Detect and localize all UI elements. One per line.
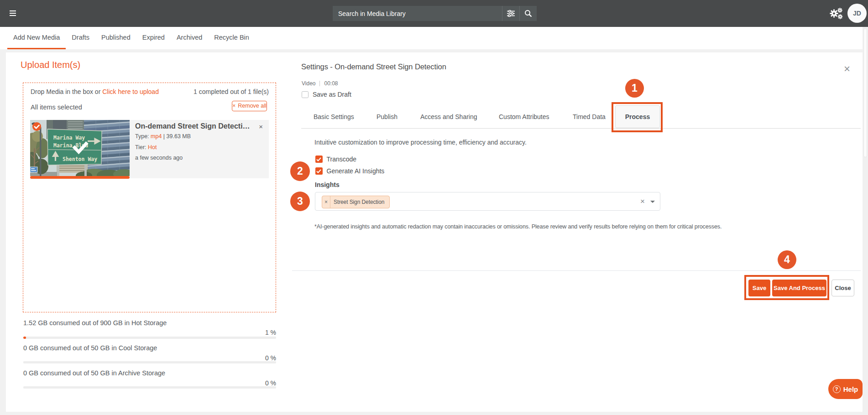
remove-all-button[interactable]: × Remove all — [232, 101, 267, 111]
hot-storage-pct: 1 % — [265, 329, 276, 336]
media-type-link[interactable]: mp4 — [151, 133, 162, 140]
help-question-icon: ? — [833, 385, 841, 393]
generate-ai-label: Generate AI Insights — [327, 167, 385, 175]
tab-published[interactable]: Published — [95, 27, 136, 49]
search-icon — [524, 10, 532, 17]
select-caret-icon[interactable] — [650, 201, 655, 203]
click-here-to-upload-link[interactable]: Click here to upload — [102, 88, 159, 95]
selected-badge — [32, 122, 41, 131]
archive-storage-block: 0 GB consumed out of 50 GB in Archive St… — [23, 369, 276, 377]
tab-add-new-media[interactable]: Add New Media — [7, 27, 66, 49]
save-as-draft-checkbox[interactable] — [302, 91, 309, 98]
archive-storage-pct: 0 % — [265, 379, 276, 387]
hot-storage-label: 1.52 GB consumed out of 900 GB in Hot St… — [23, 319, 276, 327]
tab-basic-settings[interactable]: Basic Settings — [314, 105, 354, 128]
uploaded-media-item: Marina Way Marina Blvd Shenton Way — [30, 120, 269, 178]
media-tier-link[interactable]: Hot — [148, 144, 157, 150]
settings-tab-bar: Basic Settings Publish Access and Sharin… — [301, 105, 861, 129]
insight-tag-remove-icon[interactable]: × — [322, 196, 330, 208]
upload-items-title: Upload Item(s) — [21, 60, 80, 70]
scrollbar-thumb[interactable] — [863, 28, 867, 157]
insights-select[interactable]: × Street Sign Detection × — [315, 192, 660, 211]
media-meta-row: Video00:08 — [302, 80, 338, 87]
filter-sliders-icon — [507, 10, 515, 17]
remove-all-label: Remove all — [238, 103, 267, 109]
tab-timed-data[interactable]: Timed Data — [573, 105, 606, 128]
media-item-close-icon[interactable]: × — [259, 123, 263, 130]
transcode-checkbox[interactable] — [315, 156, 323, 163]
tab-recycle-bin[interactable]: Recycle Bin — [208, 27, 255, 49]
tab-expired[interactable]: Expired — [136, 27, 171, 49]
insights-label: Insights — [315, 181, 340, 188]
street-sign-thumbnail-image: Marina Way Marina Blvd Shenton Way — [30, 120, 130, 176]
annotation-step-3: 3 — [290, 192, 310, 211]
meta-separator — [319, 81, 320, 86]
hot-storage-block: 1.52 GB consumed out of 900 GB in Hot St… — [23, 319, 276, 327]
save-as-draft-row: Save as Draft — [302, 91, 351, 98]
cool-storage-pct: 0 % — [265, 354, 276, 362]
tab-publish[interactable]: Publish — [376, 105, 397, 128]
drop-text: Drop Media in the box or — [31, 88, 102, 95]
main-tab-bar: Add New Media Drafts Published Expired A… — [0, 27, 868, 49]
tab-archived[interactable]: Archived — [171, 27, 208, 49]
transcode-row: Transcode — [315, 156, 356, 163]
tab-process[interactable]: Process — [615, 105, 660, 128]
select-clear-icon[interactable]: × — [640, 197, 645, 205]
settings-close-icon[interactable]: × — [844, 63, 850, 74]
upload-dropzone[interactable] — [23, 83, 276, 312]
save-button[interactable]: Save — [748, 280, 770, 296]
process-intro-text: Intuitive customization to improve proce… — [314, 139, 527, 146]
generate-ai-row: Generate AI Insights — [315, 167, 384, 175]
cool-storage-label: 0 GB consumed out of 50 GB in Cool Stora… — [23, 344, 276, 352]
help-button[interactable]: ? Help — [828, 379, 863, 399]
cool-storage-bar — [23, 361, 276, 363]
remove-all-x-icon: × — [232, 103, 235, 109]
save-as-draft-label: Save as Draft — [313, 91, 351, 98]
media-type-label: Video — [302, 80, 315, 87]
insight-tag-label: Street Sign Detection — [330, 199, 389, 205]
settings-gears-icon[interactable] — [828, 7, 843, 20]
help-label: Help — [843, 385, 858, 393]
upload-progress-bar — [30, 176, 130, 179]
avatar[interactable]: JD — [847, 4, 867, 23]
media-thumbnail[interactable]: Marina Way Marina Blvd Shenton Way — [30, 120, 130, 176]
top-bar: JD — [0, 0, 868, 27]
annotation-step-1: 1 — [625, 79, 644, 98]
hamburger-menu-icon[interactable] — [10, 10, 16, 16]
search-input[interactable] — [333, 6, 502, 21]
media-item-title: On-demand Street Sign Detecti… — [135, 122, 252, 130]
search-submit-button[interactable] — [519, 6, 537, 21]
close-button[interactable]: Close — [831, 280, 854, 296]
insight-tag: × Street Sign Detection — [322, 196, 390, 208]
ai-disclaimer-text: *AI-generated insights and automatic red… — [314, 223, 722, 230]
annotation-step-4: 4 — [778, 250, 796, 269]
settings-panel-title: Settings - On-demand Street Sign Detecti… — [301, 62, 446, 71]
media-item-tier: Tier: Hot — [135, 144, 157, 150]
transcode-label: Transcode — [327, 156, 357, 163]
annotation-step-2: 2 — [290, 161, 310, 181]
media-duration: 00:08 — [324, 80, 338, 87]
tab-custom-attributes[interactable]: Custom Attributes — [499, 105, 549, 128]
media-item-timestamp: a few seconds ago — [135, 155, 183, 161]
media-item-info: On-demand Street Sign Detecti… × Type: m… — [130, 120, 269, 178]
upload-progress-count: 1 completed out of 1 file(s) — [193, 88, 269, 95]
footer-divider — [292, 270, 861, 271]
all-items-selected-label: All items selected — [31, 104, 82, 111]
cool-storage-block: 0 GB consumed out of 50 GB in Cool Stora… — [23, 344, 276, 352]
archive-storage-label: 0 GB consumed out of 50 GB in Archive St… — [23, 369, 276, 377]
archive-storage-bar — [23, 386, 276, 389]
search-box — [333, 6, 537, 21]
generate-ai-checkbox[interactable] — [315, 167, 323, 175]
hot-storage-bar — [23, 337, 276, 339]
media-item-type: Type: mp4 | 39.63 MB — [135, 133, 191, 140]
search-filter-button[interactable] — [502, 6, 519, 21]
save-and-process-button[interactable]: Save And Process — [772, 280, 826, 296]
tab-drafts[interactable]: Drafts — [66, 27, 95, 49]
dropzone-instruction: Drop Media in the box or Click here to u… — [31, 88, 269, 95]
tab-access-and-sharing[interactable]: Access and Sharing — [420, 105, 477, 128]
